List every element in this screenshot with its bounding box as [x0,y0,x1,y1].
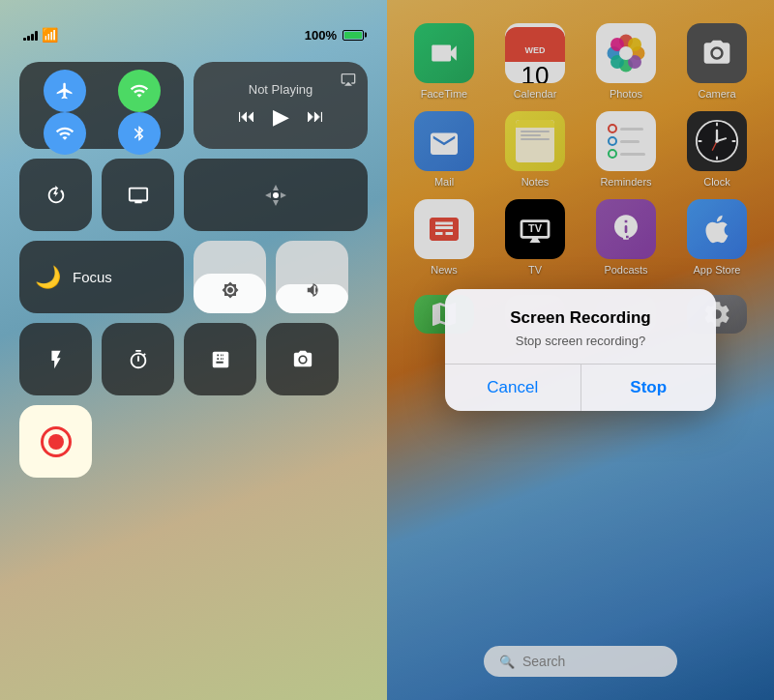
media-controls[interactable]: ⏮ ▶ ⏭ [238,104,324,130]
status-left: 📶 [23,27,58,43]
battery-percent: 100% [305,28,337,43]
calculator-button[interactable] [184,323,256,395]
cc-row-2 [19,159,368,231]
svg-point-1 [300,357,306,363]
moon-icon: 🌙 [35,265,61,290]
bluetooth-button[interactable] [118,112,161,155]
modal-cancel-button[interactable]: Cancel [445,365,581,411]
home-screen-panel: FaceTime WED 10 Calendar [387,0,774,700]
screen-mirror-button[interactable] [102,159,174,231]
brightness-slider[interactable] [194,241,266,313]
modal-title: Screen Recording [461,308,700,328]
modal-buttons: Cancel Stop [445,364,716,411]
brightness-icon [222,281,239,304]
signal-bars-icon [23,29,38,41]
play-button[interactable]: ▶ [273,104,289,130]
wifi-status-icon: 📶 [42,27,58,43]
not-playing-label: Not Playing [249,82,313,97]
media-tile[interactable]: Not Playing ⏮ ▶ ⏭ [194,62,368,149]
airplane-mode-button[interactable] [44,70,86,112]
cc-row-1: Not Playing ⏮ ▶ ⏭ [19,62,368,149]
modal-overlay: Screen Recording Stop screen recording? … [387,0,774,700]
screen-recording-dialog: Screen Recording Stop screen recording? … [445,289,716,411]
control-center-grid: Not Playing ⏮ ▶ ⏭ [19,62,368,478]
battery-icon [342,30,364,41]
cellular-button[interactable] [118,70,161,112]
airdrop-button[interactable] [184,159,368,231]
previous-track-button[interactable]: ⏮ [238,106,255,127]
flashlight-button[interactable] [19,323,92,395]
screenshot-button[interactable] [266,323,339,395]
volume-icon [304,281,321,304]
cc-row-4 [19,323,368,395]
modal-content: Screen Recording Stop screen recording? [445,289,716,364]
timer-button[interactable] [102,323,174,395]
connectivity-tile[interactable] [19,62,184,149]
next-track-button[interactable]: ⏭ [307,106,324,127]
svg-point-0 [273,192,279,198]
modal-subtitle: Stop screen recording? [461,334,700,348]
rotation-lock-button[interactable] [19,159,92,231]
focus-button[interactable]: 🌙 Focus [19,241,184,313]
status-bar: 📶 100% [19,19,368,50]
cc-row-3: 🌙 Focus [19,241,368,313]
screen-record-button[interactable] [19,405,92,478]
airplay-icon [341,72,356,90]
modal-stop-button[interactable]: Stop [581,365,717,411]
status-right: 100% [305,28,364,43]
wifi-button[interactable] [44,112,86,155]
record-indicator [41,426,72,457]
volume-slider[interactable] [276,241,348,313]
control-center-panel: 📶 100% [0,0,387,700]
cc-row-5 [19,405,368,478]
focus-label: Focus [73,269,112,285]
